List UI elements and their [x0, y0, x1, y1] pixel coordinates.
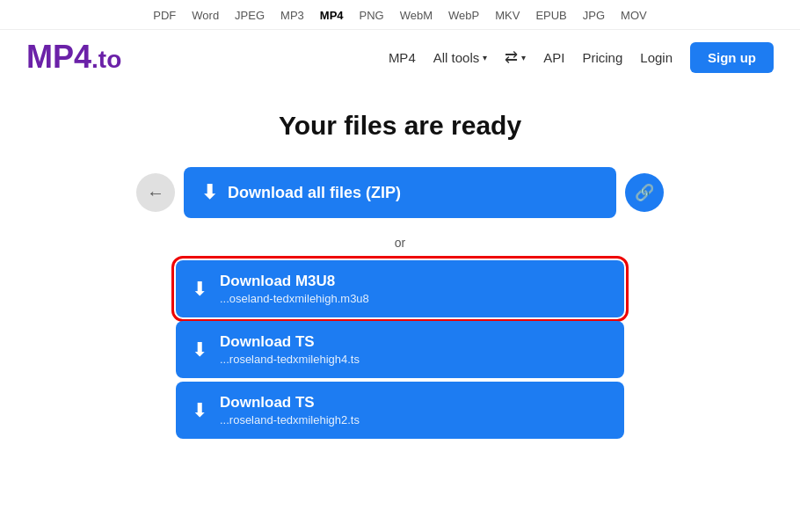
main-content: Your files are ready ← ⬇ Download all fi… — [0, 84, 800, 456]
or-separator: or — [395, 236, 405, 250]
download-zip-icon: ⬇ — [201, 181, 217, 204]
back-button[interactable]: ← — [136, 173, 175, 212]
format-mov[interactable]: MOV — [621, 9, 647, 22]
download-zip-label: Download all files (ZIP) — [228, 184, 401, 202]
link-icon: 🔗 — [635, 183, 654, 202]
format-bar: PDF Word JPEG MP3 MP4 PNG WebM WebP MKV … — [0, 0, 800, 30]
format-mp4[interactable]: MP4 — [320, 9, 344, 22]
nav-links: MP4 All tools ▾ ⇄ ▾ API Pricing Login Si… — [389, 42, 774, 73]
file-item-ts1-label: Download TS — [220, 333, 360, 351]
format-webm[interactable]: WebM — [400, 9, 433, 22]
nav-mp4[interactable]: MP4 — [389, 50, 416, 65]
file-item-ts2-sub: ...roseland-tedxmilehigh2.ts — [220, 413, 360, 426]
translate-icon: ⇄ — [505, 47, 518, 67]
all-tools-chevron-icon: ▾ — [483, 53, 487, 62]
format-word[interactable]: Word — [192, 9, 219, 22]
nav-all-tools[interactable]: All tools — [433, 50, 480, 65]
file-item-m3u8-sub: ...oseland-tedxmilehigh.m3u8 — [220, 292, 369, 305]
nav-all-tools-dropdown[interactable]: All tools ▾ — [433, 50, 488, 65]
download-ts2-icon: ⬇ — [192, 399, 207, 422]
main-nav: MP4.to MP4 All tools ▾ ⇄ ▾ API Pricing L… — [0, 30, 800, 84]
site-logo[interactable]: MP4.to — [26, 39, 121, 76]
page-title: Your files are ready — [279, 111, 521, 141]
file-item-ts1-sub: ...roseland-tedxmilehigh4.ts — [220, 353, 360, 366]
file-item-m3u8[interactable]: ⬇ Download M3U8 ...oseland-tedxmilehigh.… — [176, 260, 624, 317]
file-item-m3u8-info: Download M3U8 ...oseland-tedxmilehigh.m3… — [220, 273, 369, 305]
file-item-ts2-info: Download TS ...roseland-tedxmilehigh2.ts — [220, 394, 360, 426]
file-item-ts1[interactable]: ⬇ Download TS ...roseland-tedxmilehigh4.… — [176, 321, 624, 378]
format-epub[interactable]: EPUB — [535, 9, 566, 22]
logo-suffix: .to — [91, 46, 121, 73]
download-m3u8-icon: ⬇ — [192, 278, 207, 301]
action-area: ← ⬇ Download all files (ZIP) 🔗 — [136, 167, 664, 218]
file-list: ⬇ Download M3U8 ...oseland-tedxmilehigh.… — [176, 260, 624, 439]
format-png[interactable]: PNG — [360, 9, 384, 22]
download-zip-button[interactable]: ⬇ Download all files (ZIP) — [184, 167, 616, 218]
back-arrow-icon: ← — [147, 183, 164, 203]
nav-pricing[interactable]: Pricing — [582, 50, 622, 65]
nav-login[interactable]: Login — [640, 50, 673, 65]
nav-translate-dropdown[interactable]: ⇄ ▾ — [505, 47, 526, 67]
file-item-m3u8-label: Download M3U8 — [220, 273, 369, 290]
nav-api[interactable]: API — [543, 50, 564, 65]
signup-button[interactable]: Sign up — [690, 42, 774, 73]
format-mkv[interactable]: MKV — [495, 9, 520, 22]
format-mp3[interactable]: MP3 — [280, 9, 304, 22]
logo-mp4: MP4 — [26, 39, 91, 75]
format-jpeg[interactable]: JPEG — [235, 9, 265, 22]
file-item-ts2[interactable]: ⬇ Download TS ...roseland-tedxmilehigh2.… — [176, 382, 624, 439]
file-item-ts2-label: Download TS — [220, 394, 360, 412]
copy-link-button[interactable]: 🔗 — [625, 173, 664, 212]
file-item-ts1-info: Download TS ...roseland-tedxmilehigh4.ts — [220, 333, 360, 366]
download-ts1-icon: ⬇ — [192, 339, 207, 361]
translate-chevron-icon: ▾ — [521, 53, 526, 62]
format-webp[interactable]: WebP — [448, 9, 479, 22]
format-jpg[interactable]: JPG — [583, 9, 605, 22]
format-pdf[interactable]: PDF — [153, 9, 176, 22]
